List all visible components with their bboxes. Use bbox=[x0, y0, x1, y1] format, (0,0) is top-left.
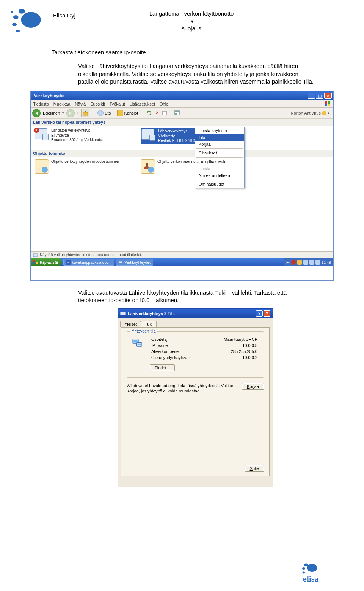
dialog-title: Lähiverkkoyhteys 2 Tila bbox=[128, 311, 256, 316]
gateway-label: Oletusyhdyskäytävä: bbox=[151, 355, 190, 360]
menu-muokkaa[interactable]: Muokkaa bbox=[53, 102, 71, 106]
conn-name: Lähiverkkoyhteys bbox=[158, 129, 197, 134]
back-dropdown-icon[interactable]: ▾ bbox=[62, 111, 64, 115]
sync-button[interactable] bbox=[146, 110, 152, 116]
group-lan: Lähiverkko tai nopea Internet-yhteys bbox=[31, 118, 333, 126]
close-dialog-button[interactable]: Sulje bbox=[245, 465, 264, 472]
svg-rect-17 bbox=[175, 113, 177, 115]
maximize-button[interactable]: ▢ bbox=[316, 93, 323, 99]
header-title-l3: suojaus bbox=[182, 25, 201, 32]
svg-point-32 bbox=[307, 564, 317, 572]
tray-icon[interactable] bbox=[297, 260, 302, 265]
svg-rect-19 bbox=[33, 254, 37, 257]
new-connection-wizard-item[interactable]: Ohjattu verkkoyhteyden muodostaminen bbox=[35, 159, 122, 174]
fieldset-legend: Yhteyden tila bbox=[130, 329, 157, 333]
header-title-l2: ja bbox=[189, 18, 194, 24]
ctx-repair[interactable]: Korjaa bbox=[195, 141, 244, 148]
svg-rect-20 bbox=[33, 260, 35, 262]
system-tray: FI 11:49 bbox=[284, 258, 333, 266]
ctx-bridge[interactable]: Siltaukset bbox=[195, 150, 244, 156]
norton-dropdown-icon: ▾ bbox=[328, 111, 329, 115]
gateway-value: 10.0.0.2 bbox=[242, 355, 257, 360]
svg-point-5 bbox=[11, 11, 13, 13]
svg-point-4 bbox=[16, 30, 20, 32]
tray-icon[interactable] bbox=[315, 260, 320, 265]
menu-suosikit[interactable]: Suosikit bbox=[90, 102, 105, 106]
svg-rect-15 bbox=[175, 111, 177, 112]
window-title: Verkkoyhteydet bbox=[32, 93, 308, 98]
minimize-button[interactable]: ─ bbox=[308, 93, 315, 99]
word-icon: W bbox=[66, 260, 71, 265]
folders-button[interactable]: Kansiot bbox=[116, 110, 140, 117]
repair-button[interactable]: Korjaa bbox=[242, 383, 264, 390]
elisa-logo-icon bbox=[8, 5, 42, 35]
views-button[interactable] bbox=[174, 110, 181, 117]
forward-button[interactable]: ► bbox=[66, 109, 75, 117]
wireless-connection-item[interactable]: ✕ Langaton verkkoyhteys Ei yhteyttä Broa… bbox=[35, 128, 122, 143]
svg-point-33 bbox=[304, 564, 308, 566]
start-flag-icon bbox=[33, 260, 38, 265]
dialog-title-bar: Lähiverkkoyhteys 2 Tila ? ✕ bbox=[118, 309, 273, 318]
network-connections-window: Verkkoyhteydet ─ ▢ ✕ Tiedosto Muokkaa Nä… bbox=[30, 91, 334, 281]
close-button[interactable]: ✕ bbox=[264, 310, 270, 317]
tab-general[interactable]: Yleiset bbox=[120, 321, 141, 327]
svg-rect-29 bbox=[133, 340, 138, 342]
svg-rect-8 bbox=[325, 104, 327, 106]
ip-value: 10.0.0.5 bbox=[242, 343, 257, 348]
tray-clock: 11:49 bbox=[322, 260, 331, 265]
svg-rect-23 bbox=[36, 262, 38, 264]
header-company: Elisa Oyj bbox=[53, 12, 75, 19]
svg-rect-13 bbox=[163, 113, 166, 113]
folders-label: Kansiot bbox=[124, 111, 138, 115]
svg-rect-7 bbox=[328, 101, 330, 104]
search-button[interactable]: Etsi bbox=[96, 110, 113, 117]
menu-lisaasetukset[interactable]: Lisäasetukset bbox=[130, 102, 155, 106]
ctx-properties[interactable]: Ominaisuudet bbox=[195, 181, 244, 188]
conn-name: Langaton verkkoyhteys bbox=[51, 128, 105, 133]
ip-label: IP-osoite: bbox=[151, 343, 169, 348]
addr-type-value: Määrittänyt DHCP bbox=[224, 337, 257, 342]
close-button[interactable]: ✕ bbox=[324, 93, 332, 99]
tray-icon[interactable] bbox=[303, 260, 308, 265]
svg-text:elisa: elisa bbox=[303, 574, 319, 583]
norton-antivirus-button[interactable]: Norton AntiVirus ▾ bbox=[291, 111, 332, 115]
paragraph-1: Valitse Lähiverkkoyhteys tai Langaton ve… bbox=[78, 62, 315, 85]
elisa-footer-logo-icon: elisa bbox=[301, 563, 337, 583]
ctx-disable[interactable]: Poista käytöstä bbox=[195, 127, 244, 134]
delete-button[interactable]: ✕ bbox=[154, 110, 160, 116]
paragraph-2: Valitse avautuvasta Lähiverkkoyhteyden t… bbox=[78, 289, 315, 304]
details-button[interactable]: TTiedot...iedot... bbox=[150, 364, 175, 371]
svg-rect-26 bbox=[119, 261, 122, 263]
tray-icon[interactable] bbox=[309, 260, 314, 265]
svg-rect-10 bbox=[83, 112, 88, 115]
conn-device: Broadcom 802.11g Verkkoada... bbox=[51, 138, 105, 143]
menu-tiedosto[interactable]: Tiedosto bbox=[33, 102, 49, 106]
network-setup-wizard-item[interactable]: Ohjattu verkon asennu... bbox=[141, 159, 228, 174]
ctx-status[interactable]: Tila bbox=[195, 134, 244, 141]
toolbar: ◄ Edellinen ▾ ► ▾ Etsi Kansiot ✕ Norton bbox=[31, 108, 333, 118]
section-heading: Tarkasta tietokoneen saama ip-osoite bbox=[52, 49, 315, 56]
menu-ohje[interactable]: Ohje bbox=[160, 102, 168, 106]
svg-rect-31 bbox=[138, 343, 141, 345]
folder-icon bbox=[117, 110, 123, 116]
up-button[interactable] bbox=[81, 109, 89, 117]
tray-lang[interactable]: FI bbox=[286, 260, 290, 265]
wizard-label: Ohjattu verkkoyhteyden muodostaminen bbox=[51, 159, 119, 164]
tray-icon[interactable] bbox=[291, 260, 296, 265]
start-label: Käynnistä bbox=[40, 260, 58, 265]
tab-strip: Yleiset Tuki bbox=[118, 318, 273, 327]
norton-label: Norton AntiVirus bbox=[291, 111, 321, 115]
svg-rect-16 bbox=[177, 111, 179, 112]
svg-rect-27 bbox=[121, 312, 125, 315]
help-button[interactable]: ? bbox=[256, 310, 263, 317]
taskbar-item-network[interactable]: Verkkoyhteydet bbox=[116, 259, 153, 266]
taskbar-item-doc[interactable]: W kuvakaappauksia.doc... bbox=[63, 259, 115, 266]
task-label: kuvakaappauksia.doc... bbox=[72, 260, 112, 265]
start-button[interactable]: Käynnistä bbox=[31, 258, 62, 266]
menu-nayta[interactable]: Näytä bbox=[75, 102, 86, 106]
menu-tyokalut[interactable]: Työkalut bbox=[110, 102, 125, 106]
back-button[interactable]: ◄ bbox=[32, 109, 41, 117]
properties-button[interactable] bbox=[162, 110, 168, 116]
svg-text:W: W bbox=[67, 261, 70, 264]
tab-support[interactable]: Tuki bbox=[141, 321, 157, 327]
